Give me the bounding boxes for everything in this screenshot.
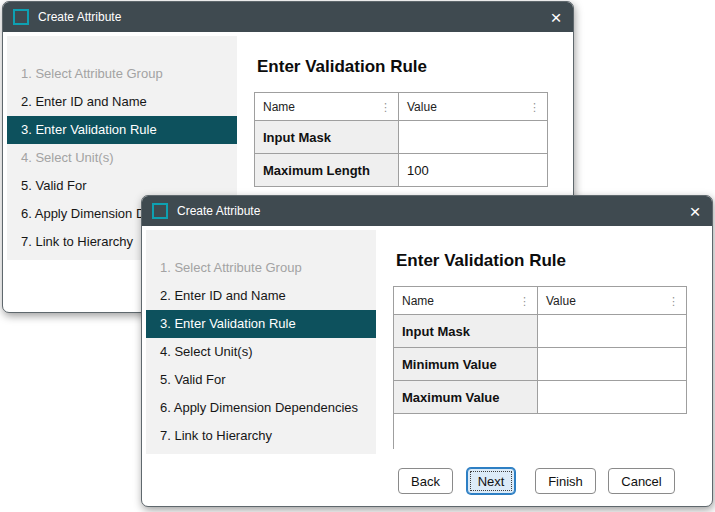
close-icon: × xyxy=(689,202,700,221)
column-menu-icon[interactable]: ⋮ xyxy=(529,101,540,112)
table-header-row: Name ⋮ Value ⋮ xyxy=(255,93,548,121)
table-header-row: Name ⋮ Value ⋮ xyxy=(394,287,687,315)
table-row: Input Mask xyxy=(394,315,687,348)
column-header-name[interactable]: Name ⋮ xyxy=(394,287,538,315)
rule-name-cell: Input Mask xyxy=(255,121,399,154)
column-menu-icon[interactable]: ⋮ xyxy=(519,295,530,306)
page-title: Enter Validation Rule xyxy=(396,251,566,271)
wizard-steps-sidebar: 1. Select Attribute Group 2. Enter ID an… xyxy=(146,230,376,454)
dialog-buttons: Back Next Finish Cancel xyxy=(398,468,675,494)
app-icon xyxy=(152,203,168,219)
table-frame-edge xyxy=(393,413,686,449)
rule-value-cell[interactable] xyxy=(399,121,548,154)
desktop: Create Attribute × 1. Select Attribute G… xyxy=(0,0,715,512)
column-header-label: Name xyxy=(263,100,295,114)
close-icon: × xyxy=(550,8,561,27)
table-row: Maximum Value xyxy=(394,381,687,414)
step-select-attribute-group: 1. Select Attribute Group xyxy=(7,60,237,88)
close-button[interactable]: × xyxy=(680,196,710,226)
column-header-name[interactable]: Name ⋮ xyxy=(255,93,399,121)
finish-button[interactable]: Finish xyxy=(535,468,596,494)
column-header-value[interactable]: Value ⋮ xyxy=(538,287,687,315)
validation-rules-table: Name ⋮ Value ⋮ Input Mask Minimum Value xyxy=(393,286,687,414)
page-title: Enter Validation Rule xyxy=(257,57,427,77)
next-button[interactable]: Next xyxy=(467,468,515,494)
step-enter-validation-rule[interactable]: 3. Enter Validation Rule xyxy=(146,310,376,338)
window-title: Create Attribute xyxy=(177,204,260,218)
create-attribute-dialog-front: Create Attribute × 1. Select Attribute G… xyxy=(141,195,713,507)
validation-rules-table: Name ⋮ Value ⋮ Input Mask Maximum Length xyxy=(254,92,548,187)
column-header-label: Value xyxy=(546,294,576,308)
back-button[interactable]: Back xyxy=(398,468,453,494)
step-apply-dimension-dependencies[interactable]: 6. Apply Dimension Dependencies xyxy=(146,394,376,422)
rule-value-cell[interactable] xyxy=(538,348,687,381)
step-enter-validation-rule[interactable]: 3. Enter Validation Rule xyxy=(7,116,237,144)
titlebar[interactable]: Create Attribute × xyxy=(3,2,573,32)
step-select-units: 4. Select Unit(s) xyxy=(7,144,237,172)
table-row: Minimum Value xyxy=(394,348,687,381)
rule-value-cell[interactable] xyxy=(538,315,687,348)
step-link-to-hierarchy[interactable]: 7. Link to Hierarchy xyxy=(146,422,376,450)
titlebar[interactable]: Create Attribute × xyxy=(142,196,712,226)
column-header-label: Name xyxy=(402,294,434,308)
step-select-units[interactable]: 4. Select Unit(s) xyxy=(146,338,376,366)
column-header-label: Value xyxy=(407,100,437,114)
rule-value-cell[interactable] xyxy=(538,381,687,414)
step-enter-id-and-name[interactable]: 2. Enter ID and Name xyxy=(7,88,237,116)
wizard-step-list: 1. Select Attribute Group 2. Enter ID an… xyxy=(146,254,376,450)
rule-name-cell: Minimum Value xyxy=(394,348,538,381)
rule-name-cell: Input Mask xyxy=(394,315,538,348)
column-menu-icon[interactable]: ⋮ xyxy=(380,101,391,112)
step-enter-id-and-name[interactable]: 2. Enter ID and Name xyxy=(146,282,376,310)
column-header-value[interactable]: Value ⋮ xyxy=(399,93,548,121)
column-menu-icon[interactable]: ⋮ xyxy=(668,295,679,306)
rule-value-cell[interactable]: 100 xyxy=(399,154,548,187)
app-icon xyxy=(13,9,29,25)
table-row: Maximum Length 100 xyxy=(255,154,548,187)
close-button[interactable]: × xyxy=(541,2,571,32)
table-row: Input Mask xyxy=(255,121,548,154)
window-title: Create Attribute xyxy=(38,10,121,24)
step-select-attribute-group: 1. Select Attribute Group xyxy=(146,254,376,282)
rule-name-cell: Maximum Length xyxy=(255,154,399,187)
step-valid-for[interactable]: 5. Valid For xyxy=(146,366,376,394)
cancel-button[interactable]: Cancel xyxy=(608,468,675,494)
rule-name-cell: Maximum Value xyxy=(394,381,538,414)
